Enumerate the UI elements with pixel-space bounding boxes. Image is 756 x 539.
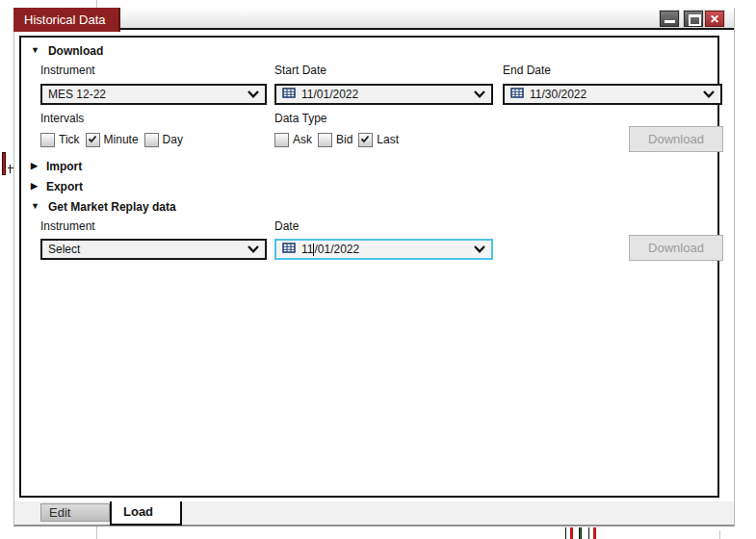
maximize-icon xyxy=(689,14,701,26)
replay-instrument-select[interactable]: Select xyxy=(40,239,267,260)
replay-date-value: 11 /01/2022 xyxy=(301,243,359,256)
end-date-picker[interactable]: 11/30/2022 xyxy=(503,84,722,105)
start-date-picker[interactable]: 11/01/2022 xyxy=(274,84,493,105)
candlestick-green xyxy=(579,527,582,539)
checkbox-item-bid[interactable]: Bid xyxy=(318,133,352,147)
checkbox-item-day[interactable]: Day xyxy=(144,133,183,147)
data-type-label: Data Type xyxy=(274,112,326,125)
start-date-label: Start Date xyxy=(274,64,326,77)
checkbox-tick[interactable] xyxy=(40,133,55,147)
download-button[interactable]: Download xyxy=(629,126,723,152)
chevron-down-icon xyxy=(474,90,485,98)
background-chart-gridline xyxy=(719,530,720,539)
instrument-select[interactable]: MES 12-22 xyxy=(40,84,267,105)
tab-load[interactable]: Load xyxy=(110,501,182,526)
text-cursor-artifact xyxy=(2,152,6,175)
checkbox-item-tick[interactable]: Tick xyxy=(40,133,80,147)
candlestick-red xyxy=(593,527,596,539)
expand-triangle-icon: ▶ xyxy=(31,182,38,191)
calendar-icon xyxy=(282,243,296,256)
checkbox-label: Ask xyxy=(293,133,312,146)
chevron-down-icon xyxy=(474,245,485,253)
candlestick-wick xyxy=(588,527,589,539)
expand-triangle-icon: ▶ xyxy=(31,162,38,170)
section-label: Export xyxy=(46,180,83,193)
end-date-label: End Date xyxy=(503,64,551,77)
section-header-export[interactable]: ▶ Export xyxy=(31,179,83,193)
replay-date-value-pre: 11 xyxy=(301,243,313,256)
replay-download-button[interactable]: Download xyxy=(629,235,723,261)
titlebar[interactable]: Historical Data ✕ xyxy=(14,8,734,30)
window-title: Historical Data xyxy=(13,8,120,32)
calendar-icon xyxy=(282,88,296,101)
section-header-market-replay[interactable]: ▼ Get Market Replay data xyxy=(31,199,176,214)
chevron-down-icon xyxy=(248,90,259,98)
replay-date-label: Date xyxy=(274,219,299,233)
checkbox-label: Bid xyxy=(336,133,352,146)
historical-data-panel xyxy=(19,36,719,498)
replay-date-value-post: /01/2022 xyxy=(314,243,359,256)
chevron-down-icon xyxy=(248,245,259,253)
checkbox-ask[interactable] xyxy=(274,133,289,147)
collapse-triangle-icon: ▼ xyxy=(31,46,39,55)
checkbox-label: Last xyxy=(377,133,399,146)
collapse-triangle-icon: ▼ xyxy=(31,202,39,211)
start-date-value: 11/01/2022 xyxy=(301,88,358,101)
checkbox-bid[interactable] xyxy=(318,133,332,147)
data-type-checkbox-group: Ask Bid Last xyxy=(274,133,399,146)
section-label: Download xyxy=(48,44,103,58)
checkbox-minute[interactable] xyxy=(86,133,100,147)
instrument-value: MES 12-22 xyxy=(48,88,106,101)
checkbox-item-minute[interactable]: Minute xyxy=(86,133,139,147)
checkbox-label: Minute xyxy=(104,133,139,146)
minimize-button[interactable] xyxy=(660,11,679,27)
close-button[interactable]: ✕ xyxy=(705,11,724,27)
maximize-button[interactable] xyxy=(684,11,703,27)
checkbox-label: Day xyxy=(163,133,183,146)
calendar-icon xyxy=(510,88,524,101)
section-label: Get Market Replay data xyxy=(48,200,176,214)
tab-edit[interactable]: Edit xyxy=(40,503,110,522)
close-icon: ✕ xyxy=(710,13,719,26)
text-cursor-artifact xyxy=(10,165,11,173)
chevron-down-icon xyxy=(703,90,715,98)
instrument-label: Instrument xyxy=(40,64,95,77)
intervals-checkbox-group: Tick Minute Day xyxy=(40,133,183,146)
replay-instrument-label: Instrument xyxy=(40,219,95,233)
candlestick-red xyxy=(570,527,573,539)
checkbox-last[interactable] xyxy=(358,133,373,147)
checkbox-label: Tick xyxy=(59,133,80,146)
minimize-icon xyxy=(665,20,675,23)
checkbox-day[interactable] xyxy=(144,133,159,147)
checkbox-item-last[interactable]: Last xyxy=(358,133,399,147)
historical-data-window: Historical Data ✕ ▼ Download Instrument … xyxy=(13,8,735,526)
section-header-import[interactable]: ▶ Import xyxy=(31,159,82,173)
candlestick-wick xyxy=(565,527,566,539)
section-header-download[interactable]: ▼ Download xyxy=(31,43,103,58)
section-label: Import xyxy=(46,160,82,173)
background-chart-gridline xyxy=(96,526,97,539)
replay-date-picker[interactable]: 11 /01/2022 xyxy=(274,239,493,260)
end-date-value: 11/30/2022 xyxy=(530,88,587,101)
checkbox-item-ask[interactable]: Ask xyxy=(274,133,312,147)
replay-instrument-value: Select xyxy=(48,243,80,256)
intervals-label: Intervals xyxy=(40,112,84,125)
